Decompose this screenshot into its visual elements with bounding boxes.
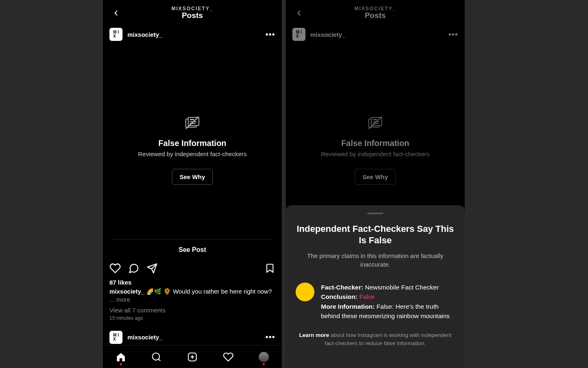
like-button[interactable] <box>109 263 121 274</box>
author-avatar[interactable]: M IX <box>109 331 122 344</box>
post-more-button[interactable]: ••• <box>265 30 275 39</box>
header-section: Posts <box>172 11 214 20</box>
fact-checker-logo <box>296 283 314 301</box>
tab-search[interactable] <box>151 351 162 363</box>
see-why-button[interactable]: See Why <box>172 169 213 185</box>
svg-rect-2 <box>190 119 194 120</box>
chevron-left-icon <box>112 9 120 17</box>
learn-more-text: Learn more about how Instagram is workin… <box>296 331 455 348</box>
tab-home[interactable] <box>115 351 127 363</box>
notification-dot-icon <box>120 363 122 365</box>
view-comments[interactable]: View all 7 comments <box>103 304 282 314</box>
save-button[interactable] <box>265 263 275 274</box>
sheet-subtitle: The primary claims in this information a… <box>296 251 455 269</box>
post-actions <box>103 258 282 279</box>
caption-more[interactable]: more <box>116 296 130 303</box>
comment-button[interactable] <box>128 263 139 274</box>
caption-text: 🌈🌿 🌻 Would you rather be here right now? <box>145 288 272 295</box>
likes-count[interactable]: 87 likes <box>103 279 282 286</box>
comment-icon <box>128 263 139 274</box>
sheet-title: Independent Fact-Checkers Say This Is Fa… <box>296 223 455 246</box>
search-icon <box>151 352 162 362</box>
plus-square-icon <box>187 352 198 362</box>
caption-username[interactable]: mixsociety_ <box>109 288 145 295</box>
phone-left: MIXSOCIETY_ Posts M IX mixsociety_ ••• F… <box>103 0 282 368</box>
post-media-blocked: False Information Reviewed by independen… <box>103 43 282 258</box>
fact-checker-row: Fact-Checker: Newsmobile Fact Checker Co… <box>296 283 455 321</box>
tab-create[interactable] <box>187 351 198 363</box>
see-post-button[interactable]: See Post <box>178 246 206 254</box>
sheet-grab-handle[interactable] <box>367 213 383 214</box>
post-more-button[interactable]: ••• <box>265 332 275 342</box>
label-conclusion: Conclusion: <box>321 293 358 300</box>
svg-line-9 <box>158 359 160 361</box>
divider <box>113 239 272 240</box>
next-post-header: M IX mixsociety_ ••• <box>103 328 282 346</box>
fact-checker-name: Newsmobile Fact Checker <box>365 284 439 291</box>
caption: mixsociety_ 🌈🌿 🌻 Would you rather be her… <box>103 286 282 304</box>
label-fact-checker: Fact-Checker: <box>321 284 363 291</box>
learn-more-rest: about how Instagram is working with inde… <box>325 332 452 346</box>
svg-point-8 <box>153 353 160 360</box>
home-icon <box>116 352 126 362</box>
tab-bar <box>103 345 282 368</box>
author-username[interactable]: mixsociety_ <box>127 334 163 341</box>
false-info-title: False Information <box>158 139 227 148</box>
header: MIXSOCIETY_ Posts <box>103 0 282 25</box>
heart-icon <box>109 263 121 274</box>
tab-profile[interactable] <box>258 351 270 363</box>
heart-icon <box>223 352 234 362</box>
learn-more-link[interactable]: Learn more <box>299 332 330 338</box>
author-avatar[interactable]: M IX <box>109 28 122 41</box>
send-icon <box>147 263 158 274</box>
post-time: 15 minutes ago <box>103 314 282 321</box>
false-info-subtitle: Reviewed by independent fact-checkers <box>138 150 247 157</box>
author-username[interactable]: mixsociety_ <box>127 31 163 38</box>
profile-avatar-icon <box>258 352 269 362</box>
notification-dot-icon <box>263 363 265 365</box>
header-account: MIXSOCIETY_ <box>172 6 214 11</box>
fact-check-sheet: Independent Fact-Checkers Say This Is Fa… <box>286 205 465 368</box>
back-button[interactable] <box>110 7 122 19</box>
no-image-icon <box>184 117 200 130</box>
conclusion-value: False <box>359 293 375 300</box>
post-header: M IX mixsociety_ ••• <box>103 25 282 43</box>
share-button[interactable] <box>147 263 158 274</box>
tab-activity[interactable] <box>223 351 234 363</box>
caption-more-prefix: ... <box>109 296 116 303</box>
phone-right: MIXSOCIETY_ Posts M IX mixsociety_ ••• F… <box>286 0 465 368</box>
label-more-info: More Information: <box>321 303 375 310</box>
bookmark-icon <box>265 263 275 274</box>
